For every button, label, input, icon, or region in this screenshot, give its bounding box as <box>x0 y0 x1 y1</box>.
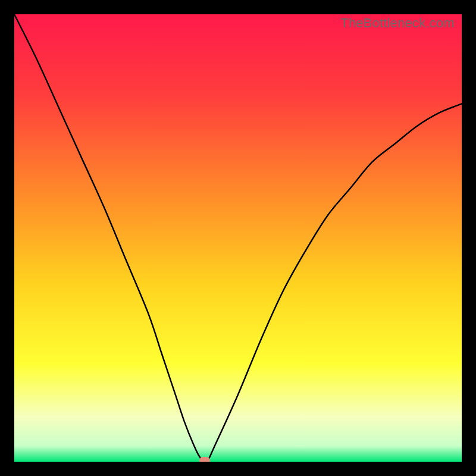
watermark-text: TheBottleneck.com <box>340 15 455 31</box>
bottleneck-curve <box>14 14 462 462</box>
svg-rect-0 <box>14 14 462 462</box>
outer-frame: TheBottleneck.com <box>0 0 476 476</box>
gradient-background <box>14 14 462 462</box>
min-marker <box>199 457 210 462</box>
plot-area: TheBottleneck.com <box>14 14 462 462</box>
